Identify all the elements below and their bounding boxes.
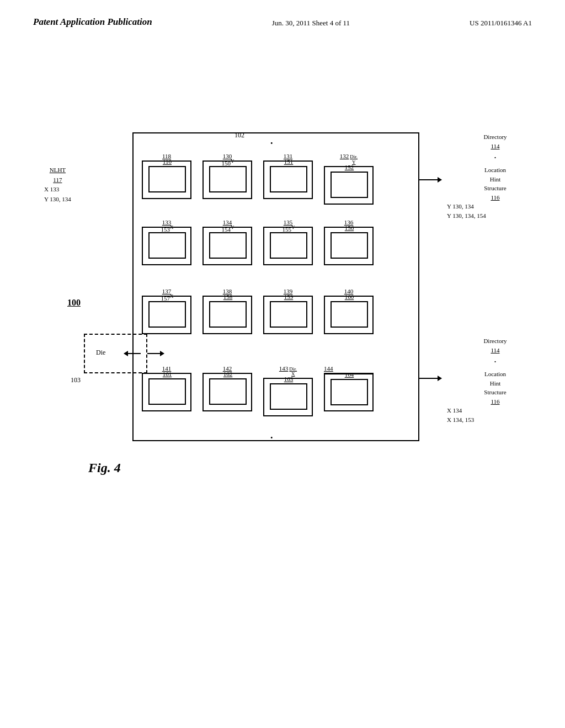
arrow-die-tip [160,351,164,356]
diagram-area: 102 118 110 130 150Y 131 [33,121,530,507]
cell-143: 143Dir.X 163 [263,365,313,416]
cell-141: 141 161 [142,365,191,411]
label-100-text: 100 [67,298,81,307]
cell-110-inner: 110 [148,166,186,192]
cell-155-label: 155Y [282,224,295,233]
cell-154-inner: 154Y [209,232,247,259]
right-panel-bottom-dir-title: Directory [447,336,543,346]
cell-136: 136 156 [324,219,374,265]
right-panel-top-dot: · [447,151,543,165]
cell-163-inner: 163 [270,383,307,410]
cell-163-label: 163 [284,376,294,382]
label-103: 103 [71,376,81,384]
label-100: 100 [67,298,81,308]
right-panel-top: Directory 114 · LocationHintStructure 11… [447,132,543,220]
cell-130-outer: 150Y [202,160,252,199]
publication-number: US 2011/0161346 A1 [470,19,532,28]
outer-box-102: 118 110 130 150Y 131 151 [132,132,419,441]
arrow-row4-right [419,378,441,379]
cell-133: 133 153X [142,219,191,265]
arrow-box-to-die [124,353,141,354]
right-panel-top-dir-number: 114 [447,142,543,151]
cell-157-inner: 157X [148,301,186,328]
cell-143-outer: 163 [263,378,313,416]
arrow-die-to-box [147,353,164,354]
right-panel-bottom-lhs-title: LocationHintStructure [447,370,543,397]
nlht-x: X 133 [44,185,71,195]
cell-161-label: 161 [163,371,172,377]
cell-137: 137 157X [142,288,191,334]
cell-132: 132Dir.Y 152 [324,153,374,205]
right-panel-bottom-dir-number: 114 [447,346,543,355]
dot-bottom: · [270,432,273,444]
dot-top: · [270,138,273,149]
nlht-number: 117 [44,175,71,185]
nlht-title: NLHT [44,165,71,175]
cell-142: 142 162 [202,365,252,411]
cell-132-outer: 152 [324,166,374,205]
cell-152-label: 152 [345,164,354,170]
cell-158-inner: 158 [209,301,247,328]
cell-155-inner: 155Y [270,232,307,259]
cell-133-outer: 153X [142,227,191,265]
arrow-row4-right-tip [438,376,442,381]
cell-161-inner: 161 [148,378,186,405]
cell-110-label: 110 [163,158,172,165]
cell-118-outer: 110 [142,160,191,199]
right-panel-top-lhs-number: 116 [447,193,543,202]
publication-date-sheet: Jun. 30, 2011 Sheet 4 of 11 [272,19,350,28]
cell-137-outer: 157X [142,296,191,334]
cell-144-outer: 164 [324,373,374,411]
cell-162-label: 162 [223,371,233,377]
cell-143-label: 143Dir.X [263,365,313,377]
die-label: Die [96,349,105,357]
nlht-y: Y 130, 134 [44,195,71,205]
cell-134-outer: 154Y [202,227,252,265]
cell-138: 138 158 [202,288,252,334]
cell-158-label: 158 [223,293,233,300]
right-panel-bottom-lhs-number: 116 [447,397,543,406]
cell-150-inner: 150Y [209,166,247,192]
cell-118: 118 110 [142,153,191,199]
cell-157-label: 157X [161,293,174,302]
cell-160-inner: 160 [331,301,368,328]
cell-135: 135 155Y [263,219,313,265]
arrow-box-to-die-tip [124,351,128,356]
cell-151-inner: 151 [270,166,307,192]
cell-142-outer: 162 [202,373,252,411]
cell-144: 144 164 [324,365,374,411]
cell-153-inner: 153X [148,232,186,259]
publication-title: Patent Application Publication [33,17,152,28]
cell-154-label: 154Y [222,224,234,233]
cell-135-outer: 155Y [263,227,313,265]
cell-159-inner: 159 [270,301,307,328]
cell-140-outer: 160 [324,296,374,334]
cell-152-inner: 152 [331,172,368,198]
cell-160-label: 160 [345,293,354,300]
arrow-row1-right-tip [438,177,442,183]
cell-150-label: 150Y [222,158,234,167]
cell-139: 139 159 [263,288,313,334]
page-header: Patent Application Publication Jun. 30, … [0,0,565,28]
nlht-block: NLHT 117 X 133 Y 130, 134 [44,165,71,204]
cell-159-label: 159 [284,293,294,300]
cell-156-label: 156 [345,224,354,231]
right-panel-bottom-x2: X 134, 153 [447,415,543,425]
arrow-row1-right [419,179,441,180]
cell-140: 140 160 [324,288,374,334]
cell-164-inner: 164 [331,379,368,405]
cell-139-outer: 159 [263,296,313,334]
cell-131-outer: 151 [263,160,313,199]
cell-131: 131 151 [263,153,313,199]
cell-132-label: 132Dir.Y [324,153,374,165]
cell-153-label: 153X [161,224,174,233]
cell-156-inner: 156 [331,232,368,259]
cell-164-label: 164 [345,371,354,378]
right-panel-bottom-dot: · [447,355,543,370]
cell-138-outer: 158 [202,296,252,334]
cell-151-label: 151 [284,158,294,165]
cell-162-inner: 162 [209,378,247,405]
cell-141-outer: 161 [142,373,191,411]
right-panel-bottom: Directory 114 · LocationHintStructure 11… [447,336,543,424]
right-panel-bottom-x1: X 134 [447,406,543,415]
